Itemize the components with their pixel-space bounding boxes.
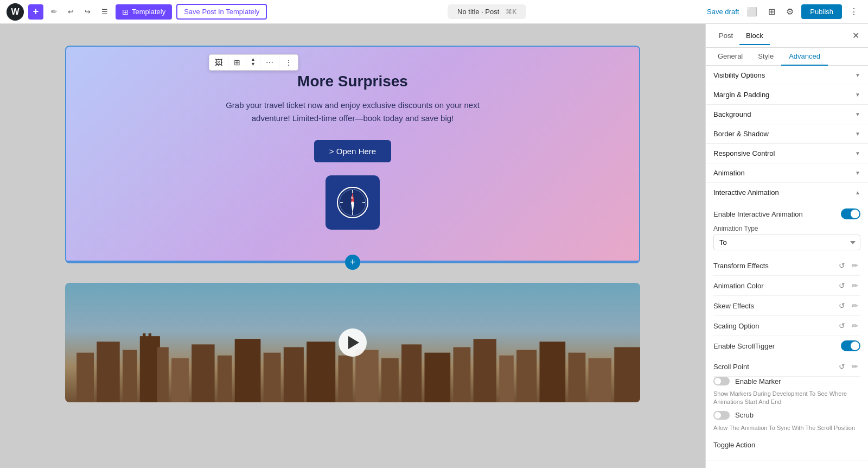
skew-effects-edit-button[interactable]: ✏ <box>850 300 860 311</box>
block-options-button[interactable]: ⋮ <box>279 55 298 70</box>
enable-interactive-animation-toggle[interactable] <box>841 208 860 219</box>
block-type-button[interactable]: 🖼 <box>209 55 228 70</box>
visibility-options-header[interactable]: Visibility Options ▼ <box>706 66 868 85</box>
sidebar-header: Post Block ✕ <box>706 24 868 48</box>
settings-button[interactable]: ⚙ <box>783 4 797 19</box>
scroll-point-row: Scroll Point ↺ ✏ <box>713 357 860 377</box>
right-sidebar: Post Block ✕ General Style Advanced Visi… <box>705 24 868 468</box>
chevron-down-icon: ▼ <box>855 72 860 78</box>
templately-button[interactable]: ⊞ Templately <box>116 4 172 20</box>
video-block[interactable] <box>65 283 640 402</box>
border-shadow-header[interactable]: Border & Shadow ▼ <box>706 124 868 143</box>
play-button[interactable] <box>339 328 367 357</box>
visibility-options-section: Visibility Options ▼ <box>706 66 868 85</box>
scaling-option-row: Scaling Option ↺ ✏ <box>713 316 860 336</box>
sidebar-close-button[interactable]: ✕ <box>850 28 861 43</box>
interactive-animation-content: Enable Interactive Animation Animation T… <box>706 202 868 460</box>
undo-button[interactable]: ↩ <box>65 5 77 18</box>
scaling-option-edit-button[interactable]: ✏ <box>850 320 860 331</box>
scroll-point-edit-button[interactable]: ✏ <box>850 361 860 372</box>
enable-scrolltrigger-label: Enable ScrollTigger <box>713 342 775 350</box>
skew-effects-row: Skew Effects ↺ ✏ <box>713 296 860 316</box>
chevron-down-icon: ▼ <box>251 62 256 67</box>
animation-color-label: Animation Color <box>713 282 764 290</box>
enable-scrolltrigger-toggle[interactable] <box>841 340 860 351</box>
transform-effects-reset-button[interactable]: ↺ <box>837 260 847 271</box>
tab-post[interactable]: Post <box>712 27 739 45</box>
scrub-label: Scrub <box>735 411 754 419</box>
templately-icon: ⊞ <box>122 8 129 16</box>
transform-effects-edit-button[interactable]: ✏ <box>850 260 860 271</box>
wp-logo-icon[interactable]: W <box>7 3 24 21</box>
animation-color-edit-button[interactable]: ✏ <box>850 280 860 291</box>
editor-icon: ⊞ <box>768 7 775 16</box>
add-block-below-button[interactable]: + <box>345 255 360 270</box>
border-shadow-section: Border & Shadow ▼ <box>706 124 868 144</box>
undo-icon: ↩ <box>68 8 74 16</box>
redo-button[interactable]: ↪ <box>81 5 94 18</box>
chevron-down-icon: ▼ <box>855 92 860 98</box>
video-overlay <box>65 283 640 402</box>
list-view-button[interactable]: ☰ <box>98 5 111 18</box>
sidebar-content: Visibility Options ▼ Margin & Padding ▼ … <box>706 66 868 468</box>
animation-color-actions: ↺ ✏ <box>837 280 860 291</box>
block-subtabs: General Style Advanced <box>706 48 868 66</box>
post-title-pill[interactable]: No title · Post ⌘K <box>448 4 526 19</box>
interactive-animation-header[interactable]: Interactive Animation ▲ <box>706 183 868 202</box>
desktop-icon: ⬜ <box>746 7 757 16</box>
animation-header[interactable]: Animation ▼ <box>706 163 868 182</box>
block-toolbar: 🖼 ⊞ ▲ ▼ ⋯ ⋮ <box>209 54 298 71</box>
play-icon <box>348 336 359 349</box>
toggle-action-row: Toggle Action <box>713 437 860 453</box>
scaling-option-reset-button[interactable]: ↺ <box>837 320 847 331</box>
subtab-general[interactable]: General <box>710 48 750 66</box>
enable-marker-toggle[interactable] <box>713 377 730 385</box>
keyboard-shortcut: ⌘K <box>506 8 516 16</box>
skew-effects-label: Skew Effects <box>713 302 754 310</box>
tab-block[interactable]: Block <box>739 27 770 45</box>
more-options-button[interactable]: ⋮ <box>846 4 861 19</box>
responsive-view-button[interactable]: ⬜ <box>743 4 761 19</box>
compass-image: N <box>326 175 380 230</box>
move-up-button[interactable]: ▲ ▼ <box>246 55 260 70</box>
subtab-advanced[interactable]: Advanced <box>781 48 828 66</box>
right-tools: Save draft ⬜ ⊞ ⚙ Publish ⋮ <box>707 4 861 19</box>
transform-effects-row: Transform Effects ↺ ✏ <box>713 256 860 276</box>
skew-effects-reset-button[interactable]: ↺ <box>837 300 847 311</box>
hero-block: More Surprises Grab your travel ticket n… <box>65 46 640 263</box>
block-transform-button[interactable]: ⊞ <box>228 55 246 70</box>
chevron-up-icon: ▲ <box>855 189 860 195</box>
hero-title: More Surprises <box>84 73 622 90</box>
margin-padding-header[interactable]: Margin & Padding ▼ <box>706 85 868 104</box>
add-block-button[interactable]: + <box>28 4 43 20</box>
title-area: No title · Post ⌘K <box>271 4 703 19</box>
animation-type-select[interactable]: To <box>713 235 860 250</box>
animation-color-reset-button[interactable]: ↺ <box>837 280 847 291</box>
enable-interactive-animation-row: Enable Interactive Animation <box>713 208 860 219</box>
enable-marker-row: Enable Marker <box>713 377 860 385</box>
chevron-down-icon: ▼ <box>855 170 860 176</box>
editor-toggle-button[interactable]: ⊞ <box>765 4 778 19</box>
align-button[interactable]: ⋯ <box>260 55 279 70</box>
subtab-style[interactable]: Style <box>750 48 781 66</box>
enable-scrolltrigger-row: Enable ScrollTigger <box>713 340 860 351</box>
hero-cta-button[interactable]: > Open Here <box>314 140 391 162</box>
publish-button[interactable]: Publish <box>801 4 842 19</box>
background-header[interactable]: Background ▼ <box>706 105 868 124</box>
transform-effects-actions: ↺ ✏ <box>837 260 860 271</box>
save-draft-button[interactable]: Save draft <box>707 8 739 16</box>
transform-effects-label: Transform Effects <box>713 262 769 270</box>
animation-color-row: Animation Color ↺ ✏ <box>713 276 860 296</box>
pencil-tool-button[interactable]: ✏ <box>48 5 60 18</box>
chevron-down-icon: ▼ <box>855 111 860 117</box>
save-post-templately-button[interactable]: Save Post In Templately <box>176 4 267 20</box>
toggle-knob <box>851 210 859 218</box>
scroll-point-reset-button[interactable]: ↺ <box>837 361 847 372</box>
animation-type-label: Animation Type <box>713 225 860 232</box>
compass-svg-icon: N <box>335 185 370 220</box>
enable-marker-label: Enable Marker <box>735 377 781 385</box>
scrub-toggle[interactable] <box>713 411 730 420</box>
margin-padding-section: Margin & Padding ▼ <box>706 85 868 105</box>
responsive-control-header[interactable]: Responsive Control ▼ <box>706 144 868 163</box>
toggle-knob <box>851 341 859 350</box>
